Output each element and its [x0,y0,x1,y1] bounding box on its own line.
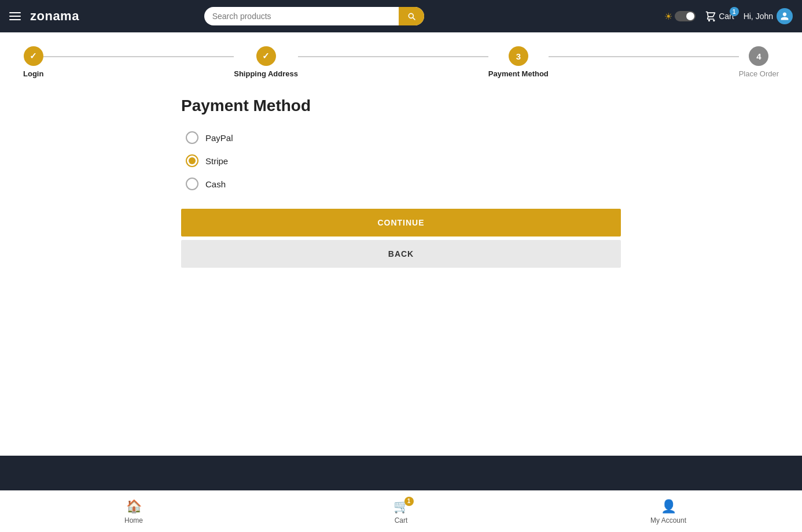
step-4-label: Place Order [739,69,779,78]
nav-account-label: My Account [650,516,686,524]
user-greeting[interactable]: Hi, John [744,8,793,24]
sun-icon: ☀ [664,11,672,22]
nav-account[interactable]: 👤 My Account [645,499,691,524]
step-1-circle: ✓ [24,46,43,66]
cash-radio[interactable] [186,178,198,190]
cart-link[interactable]: Cart 1 [705,10,734,22]
home-icon: 🏠 [126,499,142,514]
svg-point-0 [709,20,710,21]
stripe-radio-fill [189,157,196,164]
cash-label: Cash [205,179,226,189]
cart-footer-badge: 1 [404,497,414,506]
stripe-label: Stripe [205,156,228,166]
bottom-nav: 🏠 Home 🛒 1 Cart 👤 My Account [0,490,802,532]
nav-cart-label: Cart [395,516,408,524]
cart-footer-icon: 🛒 1 [393,499,409,514]
cart-badge: 1 [730,7,739,16]
page-title: Payment Method [181,97,621,115]
account-icon: 👤 [661,499,676,514]
step-1-label: Login [23,69,43,78]
paypal-option[interactable]: PayPal [186,131,621,144]
payment-options: PayPal Stripe Cash [181,131,621,190]
search-bar [204,7,424,25]
nav-home-label: Home [124,516,143,524]
theme-toggle[interactable]: ☀ [664,11,696,22]
paypal-label: PayPal [205,133,233,143]
header: zonama ☀ Cart 1 Hi, John [0,0,802,32]
payment-form: Payment Method PayPal Stripe Cash CONTIN… [181,97,621,268]
connector-1-2 [43,56,234,57]
footer-dark [0,456,802,490]
header-right: ☀ Cart 1 Hi, John [664,8,793,24]
search-button[interactable] [399,7,424,25]
back-button[interactable]: BACK [181,240,621,268]
cart-icon [705,10,716,22]
nav-cart[interactable]: 🛒 1 Cart [378,499,424,524]
step-2-label: Shipping Address [234,69,298,78]
step-payment: 3 Payment Method [488,46,549,78]
main-content: ✓ Login ✓ Shipping Address 3 Payment Met… [0,32,802,456]
checkout-stepper: ✓ Login ✓ Shipping Address 3 Payment Met… [23,46,779,78]
step-3-circle: 3 [509,46,528,66]
connector-3-4 [549,56,739,57]
dark-mode-toggle[interactable] [675,11,696,21]
connector-2-3 [298,56,488,57]
user-avatar [777,8,793,24]
cash-option[interactable]: Cash [186,178,621,190]
search-icon [407,12,416,21]
step-shipping: ✓ Shipping Address [234,46,298,78]
stripe-radio[interactable] [186,154,198,167]
step-login: ✓ Login [23,46,43,78]
paypal-radio[interactable] [186,131,198,144]
brand-logo[interactable]: zonama [30,9,79,24]
stripe-option[interactable]: Stripe [186,154,621,167]
step-2-circle: ✓ [256,46,276,66]
nav-home[interactable]: 🏠 Home [111,499,157,524]
search-input[interactable] [204,7,399,25]
svg-point-1 [713,20,715,21]
step-4-circle: 4 [749,46,768,66]
continue-button[interactable]: CONTINUE [181,209,621,237]
step-3-label: Payment Method [488,69,549,78]
menu-icon[interactable] [9,12,21,20]
greeting-text: Hi, John [744,12,773,21]
step-place-order: 4 Place Order [739,46,779,78]
